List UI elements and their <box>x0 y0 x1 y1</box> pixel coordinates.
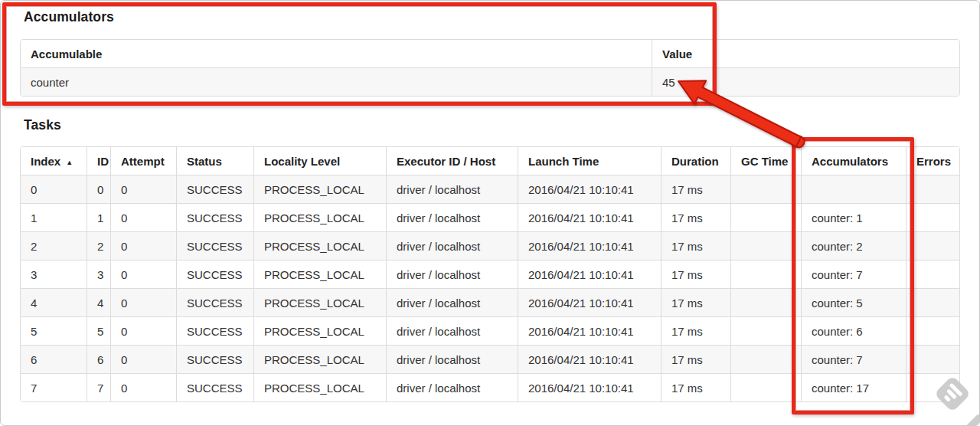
tasks-header-launch-time[interactable]: Launch Time <box>518 147 662 175</box>
task-cell: driver / localhost <box>387 232 518 261</box>
tasks-header-executor-id-host[interactable]: Executor ID / Host <box>387 147 518 175</box>
task-cell: 2 <box>21 232 87 261</box>
tasks-header-status[interactable]: Status <box>177 147 254 175</box>
task-cell: 4 <box>87 289 111 317</box>
task-cell <box>906 232 961 261</box>
tasks-header-accumulators[interactable]: Accumulators <box>802 147 906 175</box>
task-cell: 7 <box>87 374 111 402</box>
tasks-header-gc-time[interactable]: GC Time <box>731 147 802 175</box>
task-cell: 0 <box>111 175 177 204</box>
tasks-section-title: Tasks <box>24 117 61 133</box>
task-cell: PROCESS_LOCAL <box>254 374 387 402</box>
task-cell: SUCCESS <box>177 317 254 346</box>
task-cell: PROCESS_LOCAL <box>254 232 387 261</box>
sort-ascending-icon: ▲ <box>66 159 73 166</box>
task-cell: 17 ms <box>662 175 731 204</box>
accumulable-column-header: Accumulable <box>21 40 652 68</box>
task-cell: PROCESS_LOCAL <box>254 175 387 204</box>
tasks-header-index[interactable]: Index▲ <box>21 147 87 175</box>
tasks-table: Index▲ ID Attempt Status Locality Level … <box>20 146 960 402</box>
tasks-header-id[interactable]: ID <box>87 147 111 175</box>
accumulator-cell: counter <box>21 68 652 97</box>
task-row: 000SUCCESSPROCESS_LOCALdriver / localhos… <box>21 175 961 204</box>
tasks-header-attempt[interactable]: Attempt <box>111 147 177 175</box>
task-cell: counter: 17 <box>802 374 906 402</box>
task-cell <box>731 232 802 261</box>
task-cell: 1 <box>21 204 87 232</box>
task-cell: 0 <box>111 204 177 232</box>
task-cell: driver / localhost <box>387 175 518 204</box>
task-cell: 2016/04/21 10:10:41 <box>518 317 662 346</box>
watermark-corner-fragment <box>965 414 980 426</box>
task-cell: 2016/04/21 10:10:41 <box>518 261 662 289</box>
task-cell: SUCCESS <box>177 261 254 289</box>
task-cell: 2016/04/21 10:10:41 <box>518 374 662 402</box>
task-cell: SUCCESS <box>177 346 254 374</box>
task-cell: 17 ms <box>662 232 731 261</box>
task-cell: 3 <box>87 261 111 289</box>
task-cell: counter: 7 <box>802 261 906 289</box>
tasks-header-locality-level[interactable]: Locality Level <box>254 147 387 175</box>
task-cell: PROCESS_LOCAL <box>254 346 387 374</box>
task-cell: driver / localhost <box>387 204 518 232</box>
task-cell: driver / localhost <box>387 317 518 346</box>
task-cell <box>731 204 802 232</box>
accumulator-row: counter45 <box>21 68 961 97</box>
task-cell <box>731 261 802 289</box>
task-cell: 0 <box>111 346 177 374</box>
task-cell: 2016/04/21 10:10:41 <box>518 289 662 317</box>
tasks-header-duration[interactable]: Duration <box>662 147 731 175</box>
task-cell: driver / localhost <box>387 346 518 374</box>
tasks-header-row: Index▲ ID Attempt Status Locality Level … <box>21 147 961 175</box>
task-cell: 0 <box>111 232 177 261</box>
task-cell <box>906 261 961 289</box>
tasks-header-errors[interactable]: Errors <box>906 147 961 175</box>
accumulators-section-title: Accumulators <box>24 9 114 25</box>
task-cell: driver / localhost <box>387 261 518 289</box>
task-cell: SUCCESS <box>177 232 254 261</box>
task-cell: 0 <box>111 289 177 317</box>
task-cell <box>906 175 961 204</box>
task-cell: PROCESS_LOCAL <box>254 204 387 232</box>
task-cell <box>731 346 802 374</box>
task-cell: counter: 7 <box>802 346 906 374</box>
task-cell: 17 ms <box>662 289 731 317</box>
task-cell <box>731 175 802 204</box>
task-cell <box>731 374 802 402</box>
task-cell: 0 <box>111 317 177 346</box>
task-cell: PROCESS_LOCAL <box>254 317 387 346</box>
accumulator-cell: 45 <box>652 68 961 97</box>
tasks-table-body: 000SUCCESSPROCESS_LOCALdriver / localhos… <box>21 175 961 402</box>
task-cell: SUCCESS <box>177 204 254 232</box>
task-row: 550SUCCESSPROCESS_LOCALdriver / localhos… <box>21 317 961 346</box>
task-cell: 17 ms <box>662 374 731 402</box>
task-cell: 5 <box>87 317 111 346</box>
task-row: 110SUCCESSPROCESS_LOCALdriver / localhos… <box>21 204 961 232</box>
task-row: 220SUCCESSPROCESS_LOCALdriver / localhos… <box>21 232 961 261</box>
skitch-watermark-icon <box>931 372 974 415</box>
task-cell: 17 ms <box>662 204 731 232</box>
task-cell: 0 <box>111 374 177 402</box>
task-cell <box>802 175 906 204</box>
spark-stage-page: Accumulators Accumulable Value counter45… <box>0 0 980 426</box>
task-cell <box>906 204 961 232</box>
task-cell: 4 <box>21 289 87 317</box>
accumulators-header-row: Accumulable Value <box>21 40 961 68</box>
task-row: 330SUCCESSPROCESS_LOCALdriver / localhos… <box>21 261 961 289</box>
task-cell: 17 ms <box>662 317 731 346</box>
task-cell <box>731 289 802 317</box>
task-cell: counter: 6 <box>802 317 906 346</box>
task-cell: 2016/04/21 10:10:41 <box>518 232 662 261</box>
tasks-header-index-label: Index <box>31 155 60 168</box>
task-cell <box>906 317 961 346</box>
task-cell: SUCCESS <box>177 374 254 402</box>
task-cell: counter: 1 <box>802 204 906 232</box>
task-cell: PROCESS_LOCAL <box>254 261 387 289</box>
task-cell: 6 <box>21 346 87 374</box>
task-cell: 0 <box>87 175 111 204</box>
task-cell: 17 ms <box>662 261 731 289</box>
task-cell: 0 <box>21 175 87 204</box>
task-cell: 2016/04/21 10:10:41 <box>518 204 662 232</box>
task-cell <box>731 317 802 346</box>
task-cell: PROCESS_LOCAL <box>254 289 387 317</box>
